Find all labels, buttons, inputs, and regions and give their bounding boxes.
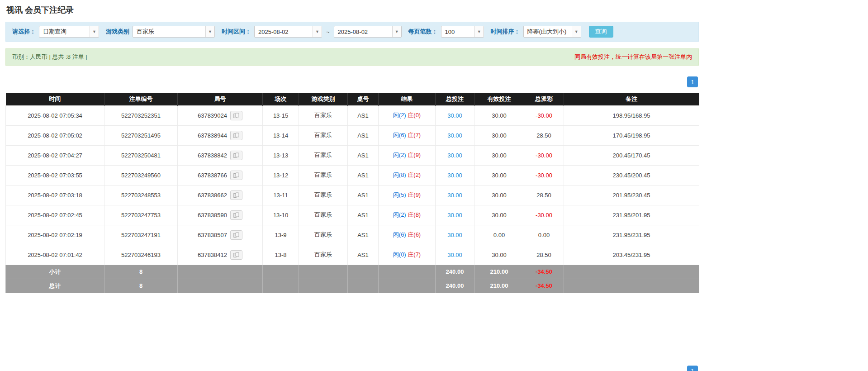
column-header: 桌号 xyxy=(348,93,379,105)
cards-icon[interactable] xyxy=(230,131,242,140)
cards-icon[interactable] xyxy=(230,230,242,240)
cell-round-id: 637838507 xyxy=(178,225,263,245)
result-player: 闲(5) xyxy=(393,191,406,198)
result-banker: 庄(6) xyxy=(408,231,421,238)
cell-time: 2025-08-02 07:05:02 xyxy=(6,125,104,145)
table-row: 2025-08-02 07:04:27 522703250481 6378388… xyxy=(6,145,699,165)
cell-session: 13-8 xyxy=(263,245,299,265)
cell-result: 闲(2) 庄(8) xyxy=(379,205,436,225)
cell-result: 闲(6) 庄(6) xyxy=(379,225,436,245)
cards-icon[interactable] xyxy=(230,250,242,260)
cell-valid-bet: 30.00 xyxy=(474,165,524,185)
chevron-down-icon[interactable]: ▼ xyxy=(572,26,581,37)
cards-icon[interactable] xyxy=(230,171,242,180)
cell-game-type: 百家乐 xyxy=(299,185,348,205)
total-count: 8 xyxy=(104,279,178,293)
chevron-down-icon[interactable]: ▼ xyxy=(474,26,484,37)
table-header-row: 时间注单编号局号场次游戏类别桌号结果总投注有效投注总派彩备注 xyxy=(6,93,699,105)
chevron-down-icon[interactable]: ▼ xyxy=(90,26,99,37)
query-type-select[interactable]: 日期查询 ▼ xyxy=(39,26,99,38)
page-size-value: 100 xyxy=(441,26,474,37)
page-button[interactable]: 1 xyxy=(687,366,698,371)
date-to-select[interactable]: 2025-08-02 ▼ xyxy=(334,26,402,38)
cell-table-no: AS1 xyxy=(348,185,379,205)
total-total-bet: 240.00 xyxy=(436,279,474,293)
result-player: 闲(6) xyxy=(393,132,406,138)
result-banker: 庄(7) xyxy=(408,251,421,258)
cell-note: 203.45/231.95 xyxy=(564,245,699,265)
cell-payout: -30.00 xyxy=(524,145,564,165)
column-header: 时间 xyxy=(6,93,104,105)
result-banker: 庄(9) xyxy=(408,191,421,198)
cell-time: 2025-08-02 07:03:55 xyxy=(6,165,104,185)
total-valid-bet: 210.00 xyxy=(474,279,524,293)
chevron-down-icon[interactable]: ▼ xyxy=(205,26,214,37)
cell-note: 231.95/201.95 xyxy=(564,205,699,225)
cards-icon[interactable] xyxy=(230,111,242,120)
cell-table-no: AS1 xyxy=(348,205,379,225)
total-bet-link[interactable]: 30.00 xyxy=(436,105,474,125)
cell-payout: -30.00 xyxy=(524,165,564,185)
page-size-select[interactable]: 100 ▼ xyxy=(441,26,484,38)
cell-bet-id: 522703246193 xyxy=(104,245,178,265)
search-button[interactable]: 查询 xyxy=(589,26,613,38)
result-banker: 庄(8) xyxy=(408,211,421,218)
cell-result: 闲(2) 庄(9) xyxy=(379,145,436,165)
total-payout: -34.50 xyxy=(524,279,564,293)
result-banker: 庄(2) xyxy=(408,171,421,178)
time-range-label: 时间区间： xyxy=(222,28,251,36)
sort-select[interactable]: 降幂(由大到小) ▼ xyxy=(523,26,581,38)
total-bet-link[interactable]: 30.00 xyxy=(436,165,474,185)
column-header: 总派彩 xyxy=(524,93,564,105)
cards-icon[interactable] xyxy=(230,190,242,200)
result-banker: 庄(7) xyxy=(408,132,421,138)
cell-round-id: 637838412 xyxy=(178,245,263,265)
total-bet-link[interactable]: 30.00 xyxy=(436,205,474,225)
round-id-value: 637838507 xyxy=(198,232,227,238)
column-header: 结果 xyxy=(379,93,436,105)
cell-payout: -30.00 xyxy=(524,205,564,225)
cell-game-type: 百家乐 xyxy=(299,245,348,265)
cell-result: 闲(6) 庄(7) xyxy=(379,125,436,145)
result-player: 闲(2) xyxy=(393,211,406,218)
result-banker: 庄(0) xyxy=(408,112,421,119)
round-id-value: 637838662 xyxy=(198,192,227,199)
result-player: 闲(2) xyxy=(393,112,406,119)
cell-bet-id: 522703250481 xyxy=(104,145,178,165)
game-type-select[interactable]: 百家乐 ▼ xyxy=(133,26,215,38)
column-header: 游戏类别 xyxy=(299,93,348,105)
cell-game-type: 百家乐 xyxy=(299,145,348,165)
page-button[interactable]: 1 xyxy=(687,76,698,87)
total-bet-link[interactable]: 30.00 xyxy=(436,245,474,265)
round-id-value: 637839024 xyxy=(198,112,227,119)
cell-time: 2025-08-02 07:02:45 xyxy=(6,205,104,225)
cell-payout: 28.50 xyxy=(524,245,564,265)
total-bet-link[interactable]: 30.00 xyxy=(436,225,474,245)
cell-payout: -30.00 xyxy=(524,105,564,125)
bet-records-table: 时间注单编号局号场次游戏类别桌号结果总投注有效投注总派彩备注 2025-08-0… xyxy=(5,93,699,293)
chevron-down-icon[interactable]: ▼ xyxy=(313,26,322,37)
cell-payout: 0.00 xyxy=(524,225,564,245)
cell-bet-id: 522703247753 xyxy=(104,205,178,225)
page-title: 视讯 会员下注纪录 xyxy=(6,5,699,15)
cell-valid-bet: 30.00 xyxy=(474,185,524,205)
cell-bet-id: 522703249560 xyxy=(104,165,178,185)
range-separator: ~ xyxy=(325,29,331,35)
table-foot: 小计 8 240.00 210.00 -34.50 总计 8 240.00 21… xyxy=(6,265,699,293)
cards-icon[interactable] xyxy=(230,210,242,220)
total-bet-link[interactable]: 30.00 xyxy=(436,145,474,165)
total-bet-link[interactable]: 30.00 xyxy=(436,125,474,145)
cell-time: 2025-08-02 07:01:42 xyxy=(6,245,104,265)
total-bet-link[interactable]: 30.00 xyxy=(436,185,474,205)
cell-session: 13-10 xyxy=(263,205,299,225)
cell-valid-bet: 30.00 xyxy=(474,105,524,125)
subtotal-payout: -34.50 xyxy=(524,265,564,279)
cell-note: 200.45/170.45 xyxy=(564,145,699,165)
result-banker: 庄(9) xyxy=(408,152,421,158)
summary-currency-count: 币别：人民币 | 总共 :8 注单 | xyxy=(12,53,87,61)
chevron-down-icon[interactable]: ▼ xyxy=(392,26,401,37)
cell-game-type: 百家乐 xyxy=(299,205,348,225)
date-from-select[interactable]: 2025-08-02 ▼ xyxy=(254,26,322,38)
cell-round-id: 637838944 xyxy=(178,125,263,145)
cards-icon[interactable] xyxy=(230,151,242,160)
